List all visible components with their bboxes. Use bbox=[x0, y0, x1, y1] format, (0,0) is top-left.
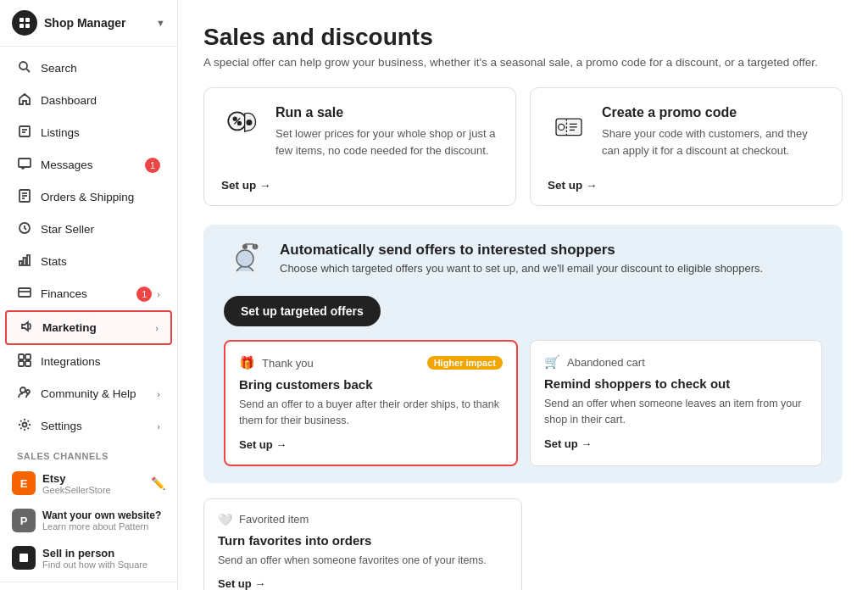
offers-header: Automatically send offers to interested … bbox=[224, 242, 822, 284]
thankyou-offer-card: 🎁 Thank you Higher impact Bring customer… bbox=[224, 340, 518, 466]
svg-rect-23 bbox=[25, 361, 31, 366]
sidebar-item-integrations[interactable]: Integrations bbox=[5, 346, 172, 377]
abandoned-type: Abandoned cart bbox=[567, 356, 645, 369]
sidebar-integrations-label: Integrations bbox=[41, 355, 101, 368]
setup-targeted-offers-button[interactable]: Set up targeted offers bbox=[224, 296, 381, 326]
sidebar-messages-label: Messages bbox=[41, 159, 93, 171]
run-sale-link[interactable]: Set up → bbox=[221, 179, 498, 192]
thankyou-header: 🎁 Thank you Higher impact bbox=[239, 355, 503, 370]
sales-channels-section: SALES CHANNELS bbox=[0, 442, 177, 465]
svg-rect-22 bbox=[19, 361, 24, 366]
abandoned-link[interactable]: Set up → bbox=[544, 437, 592, 450]
channel-etsy[interactable]: E Etsy GeekSellerStore ✏️ bbox=[0, 465, 177, 502]
community-chevron-icon: › bbox=[157, 389, 160, 399]
sidebar-item-settings[interactable]: Settings › bbox=[5, 410, 172, 442]
svg-rect-20 bbox=[19, 354, 24, 359]
sidebar-item-orders[interactable]: Orders & Shipping bbox=[5, 181, 172, 213]
sidebar-community-label: Community & Help bbox=[41, 387, 136, 400]
channel-pattern[interactable]: P Want your own website? Learn more abou… bbox=[0, 502, 177, 539]
run-sale-card: Run a sale Set lower prices for your who… bbox=[203, 87, 516, 206]
etsy-name: Etsy bbox=[42, 472, 144, 485]
run-sale-body: Run a sale Set lower prices for your who… bbox=[275, 105, 498, 159]
sidebar-footer[interactable]: D Daniel ▲ « bbox=[0, 582, 177, 590]
svg-point-40 bbox=[242, 244, 248, 249]
sidebar-dashboard-label: Dashboard bbox=[41, 94, 97, 107]
favorited-title: Turn favorites into orders bbox=[218, 533, 508, 548]
marketing-icon bbox=[19, 320, 34, 336]
favorited-link[interactable]: Set up → bbox=[218, 577, 265, 590]
svg-rect-17 bbox=[27, 255, 30, 265]
orders-icon bbox=[17, 189, 32, 205]
abandoned-cart-offer-card: 🛒 Abandoned cart Remind shoppers to chec… bbox=[530, 340, 822, 466]
run-sale-icon bbox=[221, 105, 264, 148]
sidebar-item-search[interactable]: Search bbox=[5, 53, 172, 84]
abandoned-header: 🛒 Abandoned cart bbox=[544, 354, 808, 370]
etsy-edit-icon[interactable]: ✏️ bbox=[151, 476, 165, 490]
header-chevron-icon: ▼ bbox=[156, 18, 165, 28]
offers-desc: Choose which targeted offers you want to… bbox=[280, 262, 822, 275]
home-icon bbox=[17, 92, 32, 109]
shop-manager-label: Shop Manager bbox=[44, 16, 125, 30]
pattern-sub: Learn more about Pattern bbox=[42, 521, 165, 532]
svg-rect-15 bbox=[19, 261, 22, 265]
promo-code-title: Create a promo code bbox=[602, 105, 825, 120]
svg-rect-0 bbox=[19, 18, 24, 22]
etsy-text: Etsy GeekSellerStore bbox=[42, 472, 144, 495]
favorited-desc: Send an offer when someone favorites one… bbox=[218, 553, 508, 569]
offer-cards-row: 🎁 Thank you Higher impact Bring customer… bbox=[224, 340, 822, 466]
shop-manager-header[interactable]: Shop Manager ▼ bbox=[0, 0, 177, 47]
sidebar-item-messages[interactable]: Messages 1 bbox=[5, 149, 172, 181]
sidebar-item-dashboard[interactable]: Dashboard bbox=[5, 85, 172, 116]
thankyou-title: Bring customers back bbox=[239, 377, 503, 392]
thankyou-link[interactable]: Set up → bbox=[239, 438, 287, 451]
sidebar: Shop Manager ▼ Search Dashboard Listings bbox=[0, 0, 178, 590]
messages-icon bbox=[17, 157, 32, 173]
svg-point-30 bbox=[233, 117, 236, 120]
page-title: Sales and discounts bbox=[203, 24, 843, 51]
sidebar-item-starseller[interactable]: Star Seller bbox=[5, 214, 172, 245]
promo-code-body: Create a promo code Share your code with… bbox=[602, 105, 825, 159]
promo-code-desc: Share your code with customers, and they… bbox=[602, 125, 825, 159]
messages-badge: 1 bbox=[145, 158, 160, 173]
sidebar-search-label: Search bbox=[41, 62, 77, 75]
shop-manager-icon bbox=[12, 10, 37, 36]
svg-line-5 bbox=[26, 69, 30, 72]
svg-rect-18 bbox=[19, 288, 31, 297]
sidebar-item-marketing[interactable]: Marketing › bbox=[5, 310, 172, 345]
main-content: Sales and discounts A special offer can … bbox=[178, 0, 868, 590]
svg-rect-6 bbox=[19, 126, 30, 136]
promo-code-card: Create a promo code Share your code with… bbox=[530, 87, 843, 206]
channel-square[interactable]: Sell in person Find out how with Square bbox=[0, 539, 177, 576]
square-icon bbox=[12, 546, 36, 570]
sidebar-marketing-label: Marketing bbox=[42, 321, 97, 334]
marketing-chevron-icon: › bbox=[155, 323, 159, 333]
run-sale-desc: Set lower prices for your whole shop or … bbox=[275, 125, 498, 159]
favorited-header: 🤍 Favorited item bbox=[218, 513, 508, 526]
svg-point-25 bbox=[26, 390, 30, 393]
sidebar-item-stats[interactable]: Stats bbox=[5, 246, 172, 277]
page-subtitle: A special offer can help grow your busin… bbox=[203, 56, 843, 69]
thankyou-icon: 🎁 bbox=[239, 355, 255, 370]
square-text: Sell in person Find out how with Square bbox=[42, 547, 165, 570]
sidebar-nav: Search Dashboard Listings Messages 1 bbox=[0, 47, 177, 582]
favorited-item-card: 🤍 Favorited item Turn favorites into ord… bbox=[203, 498, 522, 591]
sidebar-starseller-label: Star Seller bbox=[41, 223, 94, 236]
sidebar-item-finances[interactable]: Finances 1 › bbox=[5, 278, 172, 309]
finances-chevron-icon: › bbox=[157, 289, 160, 299]
stats-icon bbox=[17, 253, 32, 270]
sidebar-item-community[interactable]: Community & Help › bbox=[5, 378, 172, 409]
svg-rect-21 bbox=[25, 354, 31, 359]
sidebar-orders-label: Orders & Shipping bbox=[41, 191, 134, 203]
promo-code-icon bbox=[548, 105, 590, 148]
top-cards-row: Run a sale Set lower prices for your who… bbox=[203, 87, 843, 206]
favorited-icon: 🤍 bbox=[218, 513, 232, 526]
sidebar-item-listings[interactable]: Listings bbox=[5, 117, 172, 148]
abandoned-desc: Send an offer when someone leaves an ite… bbox=[544, 396, 808, 428]
promo-code-link[interactable]: Set up → bbox=[548, 179, 825, 192]
offers-title: Automatically send offers to interested … bbox=[280, 242, 822, 259]
starseller-icon bbox=[17, 221, 32, 237]
svg-point-35 bbox=[559, 124, 565, 130]
etsy-sub: GeekSellerStore bbox=[42, 485, 144, 495]
finances-badge: 1 bbox=[136, 287, 152, 302]
promo-code-card-top: Create a promo code Share your code with… bbox=[548, 105, 825, 159]
